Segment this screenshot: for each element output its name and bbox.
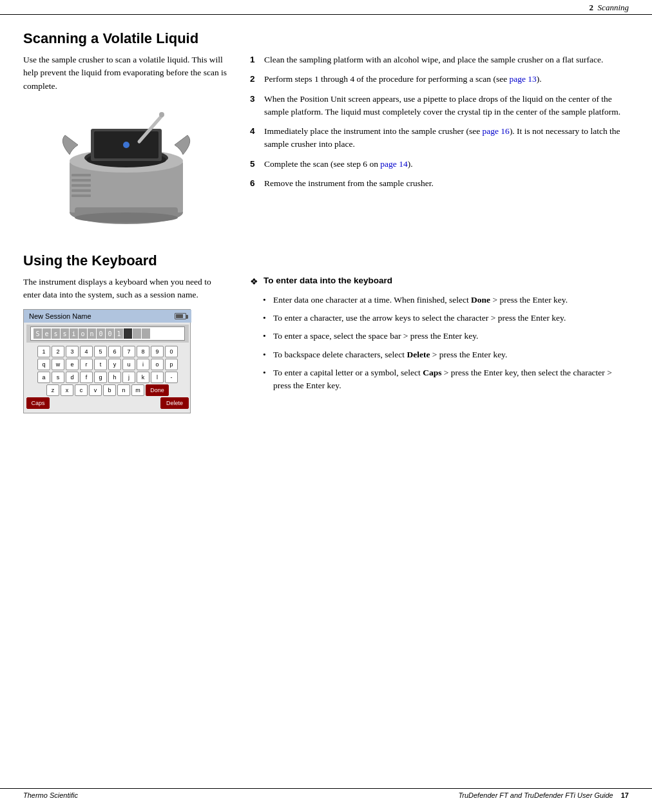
- page13-link[interactable]: page 13: [510, 74, 537, 84]
- page-content: Scanning a Volatile Liquid Use the sampl…: [0, 15, 652, 413]
- key-dash[interactable]: -: [165, 372, 178, 383]
- step-4-num: 4: [250, 125, 259, 151]
- char-i: i: [70, 328, 78, 339]
- step-6-num: 6: [250, 177, 259, 190]
- bullet-2: To enter a character, use the arrow keys…: [263, 312, 629, 325]
- key-2[interactable]: 2: [52, 346, 64, 357]
- key-l[interactable]: l: [151, 372, 164, 383]
- key-b[interactable]: b: [103, 384, 116, 396]
- chapter-number: 2: [590, 3, 594, 12]
- key-g[interactable]: g: [94, 372, 107, 383]
- key-e[interactable]: e: [66, 359, 79, 370]
- svg-rect-7: [72, 184, 91, 187]
- section-keyboard: Using the Keyboard The instrument displa…: [23, 252, 629, 414]
- key-r[interactable]: r: [80, 359, 93, 370]
- step-3-text: When the Position Unit screen appears, u…: [264, 93, 629, 119]
- keyboard-header: New Session Name: [24, 310, 191, 323]
- instruction-heading-text: To enter data into the keyboard: [264, 276, 392, 285]
- footer-page-num: 17: [621, 791, 629, 799]
- bullet-4-text: To backspace delete characters, select D…: [273, 348, 507, 361]
- key-a[interactable]: a: [37, 372, 50, 383]
- step-5-num: 5: [250, 158, 259, 171]
- key-h[interactable]: h: [108, 372, 121, 383]
- key-q[interactable]: q: [37, 359, 50, 370]
- key-caps[interactable]: Caps: [26, 397, 50, 409]
- keyboard-panel: New Session Name S e s: [24, 310, 191, 413]
- svg-rect-9: [72, 194, 91, 197]
- key-row-caps: Caps Delete: [26, 397, 189, 409]
- page-header: 2 Scanning: [0, 0, 652, 15]
- char-s: s: [52, 328, 60, 339]
- key-8[interactable]: 8: [137, 346, 149, 357]
- step-3-num: 3: [250, 93, 259, 119]
- key-m[interactable]: m: [131, 384, 144, 396]
- key-j[interactable]: j: [122, 372, 135, 383]
- key-i[interactable]: i: [137, 359, 149, 370]
- crusher-svg: [55, 103, 197, 232]
- section1-steps: 1 Clean the sampling platform with an al…: [250, 53, 629, 190]
- key-f[interactable]: f: [80, 372, 93, 383]
- instruction-heading: ❖ To enter data into the keyboard: [250, 276, 629, 287]
- key-row-z: z x c v b n m Done: [26, 384, 189, 396]
- key-z[interactable]: z: [46, 384, 59, 396]
- key-o[interactable]: o: [151, 359, 164, 370]
- key-t[interactable]: t: [94, 359, 107, 370]
- key-4[interactable]: 4: [80, 346, 93, 357]
- char-s2: s: [61, 328, 69, 339]
- key-y[interactable]: y: [108, 359, 121, 370]
- key-p[interactable]: p: [165, 359, 178, 370]
- key-w[interactable]: w: [52, 359, 64, 370]
- bullet-2-text: To enter a character, use the arrow keys…: [273, 312, 566, 325]
- keyboard-input-row: S e s s i o n 0 0 1: [26, 325, 189, 343]
- key-k[interactable]: k: [137, 372, 149, 383]
- key-1[interactable]: 1: [37, 346, 50, 357]
- step-1-text: Clean the sampling platform with an alco…: [264, 53, 603, 66]
- key-n[interactable]: n: [117, 384, 130, 396]
- key-u[interactable]: u: [122, 359, 135, 370]
- key-c[interactable]: c: [75, 384, 88, 396]
- key-3[interactable]: 3: [66, 346, 79, 357]
- key-s[interactable]: s: [52, 372, 64, 383]
- keyboard-input-display: S e s s i o n 0 0 1: [30, 326, 185, 341]
- svg-rect-5: [72, 174, 91, 176]
- key-d[interactable]: d: [66, 372, 79, 383]
- key-row-a: a s d f g h j k l -: [26, 372, 189, 383]
- section2-title: Using the Keyboard: [23, 252, 629, 269]
- spacer: [51, 397, 159, 409]
- key-7[interactable]: 7: [122, 346, 135, 357]
- key-5[interactable]: 5: [94, 346, 107, 357]
- section1-right-col: 1 Clean the sampling platform with an al…: [250, 53, 629, 232]
- crusher-image: [23, 103, 229, 232]
- svg-point-13: [159, 112, 164, 117]
- char-o: o: [79, 328, 87, 339]
- section2-intro: The instrument displays a keyboard when …: [23, 276, 229, 302]
- keyboard-ui: New Session Name S e s: [23, 309, 191, 413]
- key-6[interactable]: 6: [108, 346, 121, 357]
- key-x[interactable]: x: [61, 384, 73, 396]
- key-done[interactable]: Done: [146, 384, 169, 396]
- battery-icon: [175, 313, 186, 319]
- char-0b: 0: [106, 328, 114, 339]
- section2-right-col: ❖ To enter data into the keyboard Enter …: [250, 276, 629, 398]
- step-2-text: Perform steps 1 through 4 of the procedu…: [264, 73, 542, 86]
- key-9[interactable]: 9: [151, 346, 164, 357]
- key-0[interactable]: 0: [165, 346, 178, 357]
- section2-left-col: The instrument displays a keyboard when …: [23, 276, 229, 414]
- key-row-q: q w e r t y u i o p: [26, 359, 189, 370]
- char-0: 0: [97, 328, 105, 339]
- section1-two-col: Use the sample crusher to scan a volatil…: [23, 53, 629, 232]
- key-delete[interactable]: Delete: [160, 397, 189, 409]
- step-1-num: 1: [250, 53, 259, 66]
- section2-two-col: The instrument displays a keyboard when …: [23, 276, 629, 414]
- page14-link[interactable]: page 14: [380, 159, 407, 169]
- svg-rect-8: [72, 189, 91, 192]
- keyboard-header-text: New Session Name: [29, 312, 91, 320]
- char-n: n: [88, 328, 96, 339]
- bullet-3: To enter a space, select the space bar >…: [263, 330, 629, 343]
- section-volatile-liquid: Scanning a Volatile Liquid Use the sampl…: [23, 30, 629, 232]
- page16-link[interactable]: page 16: [483, 126, 510, 136]
- step-5: 5 Complete the scan (see step 6 on page …: [250, 158, 629, 171]
- key-v[interactable]: v: [89, 384, 102, 396]
- keyboard-grid: 1 2 3 4 5 6 7 8 9 0: [24, 345, 191, 413]
- step-5-text: Complete the scan (see step 6 on page 14…: [264, 158, 413, 171]
